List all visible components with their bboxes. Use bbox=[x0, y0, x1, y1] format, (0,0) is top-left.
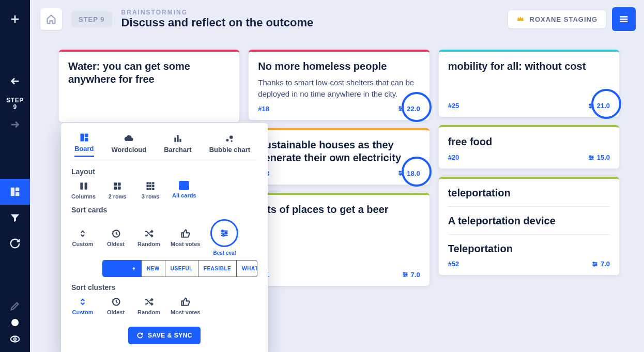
board-area: Water: you can get some anywhere for fre… bbox=[30, 38, 644, 352]
sliders-icon bbox=[591, 261, 599, 268]
card-body: Thanks to smart low-cost shelters that c… bbox=[258, 77, 420, 100]
plus-icon bbox=[9, 13, 21, 25]
tab-label: Bubble chart bbox=[209, 146, 250, 154]
svg-rect-45 bbox=[149, 188, 151, 190]
tab-bubblechart[interactable]: Bubble chart bbox=[209, 133, 250, 157]
idea-card[interactable]: Water: you can get some anywhere for fre… bbox=[59, 50, 239, 122]
idea-card[interactable]: mobility for all: without cost #25 21.0 bbox=[439, 50, 619, 117]
svg-point-7 bbox=[400, 110, 401, 111]
svg-point-29 bbox=[226, 139, 229, 142]
eval-feasible[interactable]: FEASIBLE bbox=[198, 261, 237, 277]
sidebar: STEP 9 bbox=[0, 0, 30, 352]
sortcards-section-label: Sort cards bbox=[71, 206, 257, 214]
sortcards-besteval[interactable]: Best eval bbox=[210, 219, 238, 256]
view-settings-panel: Board Wordcloud Barchart Bubble chart bbox=[61, 123, 268, 352]
sidebar-edit[interactable] bbox=[0, 298, 30, 314]
svg-rect-0 bbox=[11, 188, 14, 196]
eval-useful[interactable]: USEFUL bbox=[165, 261, 198, 277]
arrow-left-icon bbox=[9, 75, 21, 87]
sidebar-visibility[interactable] bbox=[0, 331, 30, 347]
sliders-icon bbox=[219, 228, 229, 238]
layout-options: Columns 2 rows 3 rows All cards bbox=[71, 181, 257, 200]
tab-board[interactable]: Board bbox=[74, 132, 94, 157]
page-eyebrow: BRAINSTORMING bbox=[121, 9, 314, 16]
idea-card-cluster[interactable]: teleportation A teleportation device Tel… bbox=[439, 177, 619, 275]
tab-barchart[interactable]: Barchart bbox=[164, 133, 191, 157]
svg-rect-44 bbox=[147, 188, 149, 190]
layout-columns[interactable]: Columns bbox=[71, 181, 96, 200]
svg-point-13 bbox=[404, 276, 405, 277]
eval-new[interactable]: NEW bbox=[142, 261, 165, 277]
card-score: 21.0 bbox=[588, 102, 610, 110]
step-pill: STEP 9 bbox=[71, 11, 112, 27]
cluster-item: A teleportation device bbox=[448, 215, 610, 235]
svg-point-20 bbox=[593, 262, 594, 263]
sortcards-oldest[interactable]: Oldest bbox=[104, 228, 127, 247]
svg-rect-35 bbox=[118, 182, 121, 186]
svg-point-8 bbox=[400, 171, 401, 172]
card-title: Sustainable houses as they generate thei… bbox=[258, 139, 420, 164]
svg-rect-28 bbox=[179, 139, 181, 142]
eval-whatever[interactable]: WHATEVER bbox=[237, 261, 257, 277]
sidebar-filter[interactable] bbox=[0, 205, 30, 231]
svg-point-14 bbox=[589, 103, 590, 104]
sidebar-step-indicator: STEP 9 bbox=[6, 97, 23, 111]
shuffle-icon bbox=[144, 297, 154, 307]
svg-point-9 bbox=[402, 173, 403, 174]
sidebar-board-view[interactable] bbox=[0, 179, 30, 205]
idea-card[interactable]: free food #20 15.0 bbox=[439, 125, 619, 169]
tab-wordcloud[interactable]: Wordcloud bbox=[112, 133, 147, 157]
main-menu-button[interactable] bbox=[612, 7, 636, 31]
history-icon bbox=[111, 297, 121, 307]
layout-allcards[interactable]: All cards bbox=[172, 181, 196, 200]
sortclusters-random[interactable]: Random bbox=[137, 297, 160, 315]
tab-label: Wordcloud bbox=[112, 146, 147, 154]
updown-icon bbox=[78, 297, 88, 307]
thumbsup-icon bbox=[180, 228, 191, 239]
svg-point-5 bbox=[400, 106, 401, 108]
sortclusters-custom[interactable]: Custom bbox=[71, 297, 94, 315]
svg-rect-42 bbox=[149, 185, 151, 187]
sortclusters-mostvotes[interactable]: Most votes bbox=[171, 297, 200, 315]
cluster-item: Teleportation bbox=[448, 243, 610, 255]
user-chip[interactable]: ROXANE STAGING bbox=[508, 10, 606, 28]
svg-point-12 bbox=[406, 274, 407, 275]
card-id: #20 bbox=[448, 154, 459, 161]
home-icon bbox=[46, 14, 56, 24]
idea-card[interactable]: No more homeless people Thanks to smart … bbox=[249, 50, 429, 120]
svg-point-30 bbox=[229, 135, 233, 139]
svg-point-3 bbox=[11, 336, 20, 342]
svg-rect-32 bbox=[80, 182, 83, 189]
sortcards-random[interactable]: Random bbox=[137, 228, 160, 247]
sidebar-refresh[interactable] bbox=[0, 231, 30, 256]
svg-point-50 bbox=[223, 235, 224, 236]
svg-point-19 bbox=[590, 158, 591, 159]
layout-section-label: Layout bbox=[71, 167, 257, 176]
sidebar-next-step[interactable] bbox=[0, 112, 30, 137]
idea-card[interactable]: lots of places to get a beer #21 7.0 bbox=[249, 193, 429, 286]
sidebar-prev-step[interactable] bbox=[0, 68, 30, 94]
crown-icon bbox=[516, 14, 525, 24]
home-button[interactable] bbox=[40, 8, 62, 30]
tab-label: Barchart bbox=[164, 146, 191, 154]
card-id: #25 bbox=[448, 102, 459, 110]
eval-all[interactable]: ALL bbox=[103, 261, 142, 277]
grid-2-icon bbox=[112, 181, 122, 191]
save-sync-button[interactable]: SAVE & SYNC bbox=[128, 327, 201, 344]
sidebar-add-button[interactable] bbox=[0, 6, 30, 32]
svg-rect-43 bbox=[152, 185, 154, 187]
menu-icon bbox=[618, 13, 630, 25]
shuffle-icon bbox=[144, 228, 154, 239]
arrow-up-icon bbox=[132, 267, 136, 271]
layout-3rows[interactable]: 3 rows bbox=[139, 181, 162, 200]
svg-rect-34 bbox=[114, 182, 117, 186]
cloud-icon bbox=[123, 133, 134, 144]
step-number: 9 bbox=[13, 103, 17, 111]
sortclusters-oldest[interactable]: Oldest bbox=[104, 297, 127, 315]
idea-card[interactable]: Sustainable houses as they generate thei… bbox=[249, 128, 429, 185]
layout-2rows[interactable]: 2 rows bbox=[106, 181, 129, 200]
svg-rect-26 bbox=[174, 137, 176, 142]
sortcards-custom[interactable]: Custom bbox=[71, 228, 94, 247]
sortcards-mostvotes[interactable]: Most votes bbox=[171, 228, 200, 247]
refresh-icon bbox=[9, 238, 21, 249]
